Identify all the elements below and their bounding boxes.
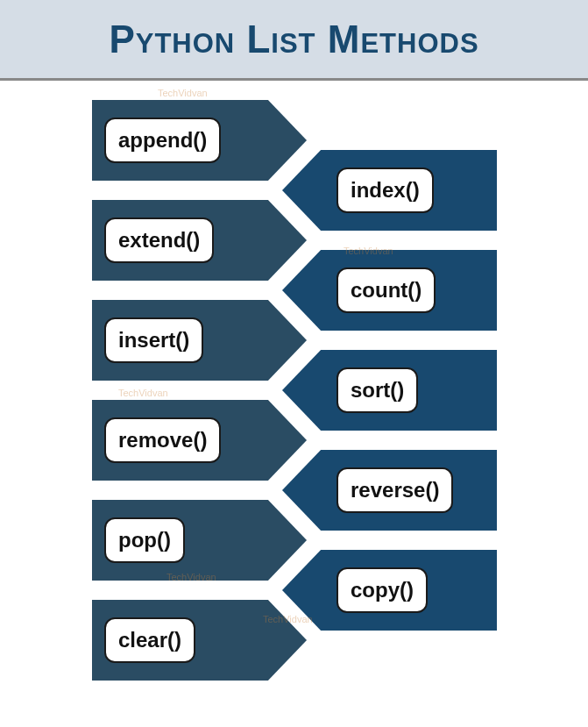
watermark: TechVidvan: [118, 388, 168, 398]
method-arrow-index: index(): [282, 150, 497, 231]
watermark: TechVidvan: [158, 88, 208, 98]
method-arrow-append: append(): [92, 100, 307, 181]
method-label: insert(): [104, 317, 203, 363]
method-arrow-clear: clear(): [92, 600, 307, 681]
method-arrow-insert: insert(): [92, 300, 307, 381]
page-title: Python List Methods: [109, 18, 478, 61]
method-label: append(): [104, 118, 221, 163]
method-label: pop(): [104, 517, 185, 563]
method-label: copy(): [337, 567, 428, 613]
method-arrow-pop: pop(): [92, 500, 307, 581]
method-label: sort(): [337, 367, 418, 413]
method-arrow-extend: extend(): [92, 200, 307, 281]
method-label: extend(): [104, 217, 214, 263]
header-bar: Python List Methods: [0, 0, 588, 81]
methods-diagram: append() extend() insert() remove() pop(…: [0, 81, 588, 724]
method-arrow-sort: sort(): [282, 350, 497, 431]
method-label: clear(): [104, 617, 195, 663]
method-arrow-count: count(): [282, 250, 497, 331]
method-arrow-remove: remove(): [92, 400, 307, 481]
method-arrow-copy: copy(): [282, 550, 497, 631]
method-label: count(): [337, 267, 436, 313]
method-label: reverse(): [337, 467, 453, 513]
method-arrow-reverse: reverse(): [282, 450, 497, 531]
method-label: index(): [337, 167, 434, 213]
method-label: remove(): [104, 417, 221, 463]
